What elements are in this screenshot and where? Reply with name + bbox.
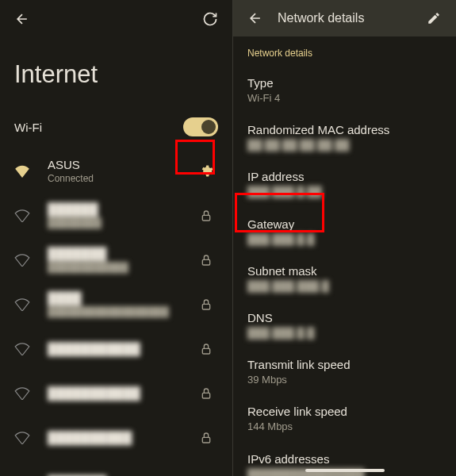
network-status: ████████ [48,217,194,230]
svg-rect-1 [202,259,209,265]
wifi-toggle[interactable] [183,117,218,136]
detail-label: Transmit link speed [247,356,442,373]
wifi-signal [14,209,33,222]
network-name: ASUS [48,157,194,173]
detail-row-gateway: Gateway ███.███.█.█ [233,208,456,255]
detail-row-randomized-mac-address: Randomized MAC address ██:██:██:██:██:██ [233,113,456,160]
refresh-button[interactable] [199,8,221,30]
wifi-signal [14,387,33,400]
network-lock-indicator [194,470,218,476]
wifi-signal [14,432,33,444]
svg-rect-5 [202,437,209,443]
gear-icon [199,164,213,178]
lock-icon [200,342,213,356]
lock-icon [200,298,213,312]
detail-label: IPv6 addresses [247,451,442,467]
back-arrow-icon [247,10,263,26]
top-bar-right: Network details [233,0,456,36]
wifi-signal [14,165,33,178]
svg-rect-4 [202,393,209,398]
network-text: ██████ ████████ [48,202,194,229]
network-list: ASUS Connected ██████ ████████ ███████ █… [0,149,232,476]
section-header: Network details [233,36,456,67]
detail-label: Randomized MAC address [247,121,442,138]
detail-value: ███.███.███.█ [247,279,442,294]
network-row[interactable]: ██████████ [0,416,232,460]
lock-icon [200,386,213,401]
network-name: ████ [48,290,194,306]
wifi-label: Wi-Fi [14,121,42,134]
detail-label: DNS [247,309,442,326]
edit-button[interactable] [423,7,445,29]
svg-rect-3 [202,348,209,354]
detail-row-subnet-mask: Subnet mask ███.███.███.█ [233,255,456,301]
detail-value: 144 Mbps [247,420,442,434]
detail-value: ███.███.█.█ [247,326,442,340]
wifi-signal [14,254,33,267]
internet-panel: Internet Wi-Fi ASUS Connected ██████ ███… [0,0,233,476]
top-bar [0,0,232,38]
network-name: ███████████ [48,341,194,357]
detail-value: Wi-Fi 4 [247,91,442,106]
network-name: ██████ [48,202,194,217]
wifi-signal-icon [14,165,30,178]
pencil-icon [427,11,441,25]
network-row[interactable]: ███████████ [0,327,232,371]
network-name: ███████████ [48,386,194,401]
nav-handle[interactable] [305,469,385,472]
toggle-thumb [201,120,216,134]
network-status: ██████████████████ [48,306,194,319]
detail-row-receive-link-speed: Receive link speed 144 Mbps [233,395,456,442]
page-title: Internet [0,38,232,111]
wifi-signal [14,298,33,311]
detail-value: ██:██:██:██:██:██ [247,138,442,152]
lock-icon [200,209,213,223]
wifi-signal [14,343,33,355]
detail-row-dns: DNS ███.███.█.█ [233,301,456,348]
back-button[interactable] [11,8,33,30]
network-row-connected[interactable]: ASUS Connected [0,149,232,194]
svg-rect-0 [202,215,209,221]
detail-row-ip-address: IP address ███.███.█.██ [233,160,456,207]
network-lock-indicator [194,293,218,317]
network-name: ███████ [48,246,194,262]
network-row[interactable]: ████ ██████████████████ [0,282,232,327]
network-status: Connected [48,173,194,186]
header-title: Network details [278,11,423,25]
detail-value: ███.███.█.██ [247,185,442,199]
network-lock-indicator [194,337,218,361]
network-text: ██████████ [48,430,194,446]
back-button-right[interactable] [244,7,266,29]
detail-label: Subnet mask [247,263,442,279]
lock-icon [200,431,213,445]
lock-icon [200,253,213,267]
detail-label: Gateway [247,216,442,232]
network-lock-indicator [194,248,218,272]
refresh-icon [202,11,218,27]
network-row[interactable]: ███████████ [0,371,232,416]
network-details-panel: Network details Network details Type Wi-… [233,0,456,476]
detail-label: IP address [247,168,442,185]
detail-row-type: Type Wi-Fi 4 [233,67,456,113]
wifi-signal-icon [14,254,30,267]
detail-list: Type Wi-Fi 4 Randomized MAC address ██:█… [233,67,456,476]
detail-label: Type [247,75,442,91]
network-row[interactable]: ███████ [0,460,232,476]
network-settings-button[interactable] [194,159,218,183]
network-row[interactable]: ██████ ████████ [0,194,232,238]
network-text: ███████████ [48,386,194,401]
network-name: ██████████ [48,430,194,446]
network-text: ███████████ [48,341,194,357]
back-arrow-icon [14,11,30,27]
network-lock-indicator [194,204,218,228]
detail-value: ███.███.█.█ [247,232,442,247]
network-lock-indicator [194,382,218,405]
wifi-signal-icon [14,387,30,400]
wifi-signal-icon [14,298,30,311]
wifi-signal-icon [14,432,30,444]
detail-label: Receive link speed [247,403,442,420]
wifi-signal-icon [14,343,30,355]
network-row[interactable]: ███████ ████████████ [0,238,232,282]
detail-row-transmit-link-speed: Transmit link speed 39 Mbps [233,348,456,395]
network-text: ████ ██████████████████ [48,290,194,318]
